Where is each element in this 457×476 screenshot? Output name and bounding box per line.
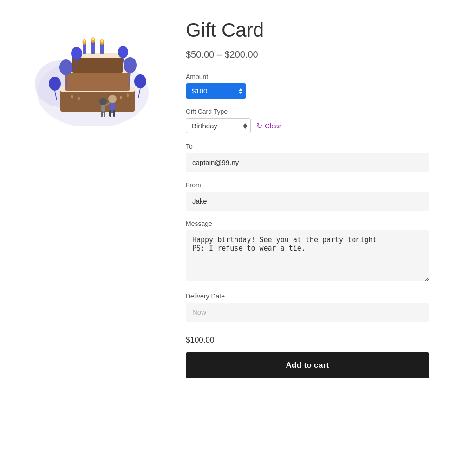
svg-rect-2	[60, 88, 135, 112]
gift-card-type-select[interactable]: Birthday Anniversary Holiday Thank You	[186, 118, 251, 133]
svg-point-28	[59, 60, 72, 75]
svg-rect-47	[109, 110, 111, 117]
svg-point-32	[71, 47, 82, 60]
svg-point-45	[108, 95, 117, 103]
svg-point-40	[99, 98, 107, 105]
amount-group: Amount $50 $100 $150 $200	[186, 73, 429, 99]
svg-point-36	[134, 74, 146, 88]
amount-select-container[interactable]: $50 $100 $150 $200	[186, 83, 246, 99]
add-to-cart-button[interactable]: Add to cart	[186, 352, 429, 378]
svg-point-51	[120, 96, 122, 99]
from-input[interactable]	[186, 192, 429, 211]
gift-card-type-label: Gift Card Type	[186, 108, 429, 115]
product-illustration	[33, 23, 153, 126]
delivery-date-group: Delivery Date	[186, 292, 429, 322]
gift-type-select-container[interactable]: Birthday Anniversary Holiday Thank You	[186, 118, 251, 133]
svg-rect-48	[113, 110, 115, 117]
amount-label: Amount	[186, 73, 429, 80]
from-label: From	[186, 181, 429, 189]
delivery-date-input[interactable]	[186, 303, 429, 322]
to-label: To	[186, 143, 429, 150]
message-group: Message Happy birthday! See you at the p…	[186, 220, 429, 283]
gift-type-row: Birthday Anniversary Holiday Thank You ↻…	[186, 118, 429, 133]
gift-card-type-group: Gift Card Type Birthday Anniversary Holi…	[186, 108, 429, 133]
svg-point-30	[49, 77, 61, 91]
message-textarea[interactable]: Happy birthday! See you at the party ton…	[186, 230, 429, 281]
svg-point-38	[118, 46, 128, 58]
svg-point-49	[71, 95, 73, 99]
clear-button-label: Clear	[265, 122, 281, 130]
svg-rect-43	[104, 111, 105, 117]
amount-select[interactable]: $50 $100 $150 $200	[186, 83, 246, 99]
message-label: Message	[186, 220, 429, 227]
svg-point-23	[84, 40, 85, 42]
total-price: $100.00	[186, 336, 429, 345]
svg-rect-42	[101, 111, 103, 117]
product-image-area	[28, 19, 158, 126]
clear-button[interactable]: ↻ Clear	[256, 121, 281, 130]
product-details: Gift Card $50.00 – $200.00 Amount $50 $1…	[186, 19, 429, 378]
from-group: From	[186, 181, 429, 211]
svg-point-27	[101, 40, 103, 42]
svg-point-34	[124, 57, 137, 73]
svg-rect-20	[91, 41, 95, 54]
delivery-date-label: Delivery Date	[186, 292, 429, 300]
to-input[interactable]	[186, 153, 429, 172]
svg-point-52	[127, 93, 129, 97]
product-price-range: $50.00 – $200.00	[186, 49, 429, 60]
product-title: Gift Card	[186, 19, 429, 42]
refresh-icon: ↻	[256, 121, 262, 130]
page-container: Gift Card $50.00 – $200.00 Amount $50 $1…	[0, 0, 457, 397]
svg-point-25	[92, 38, 94, 40]
svg-point-50	[78, 97, 80, 100]
to-group: To	[186, 143, 429, 172]
